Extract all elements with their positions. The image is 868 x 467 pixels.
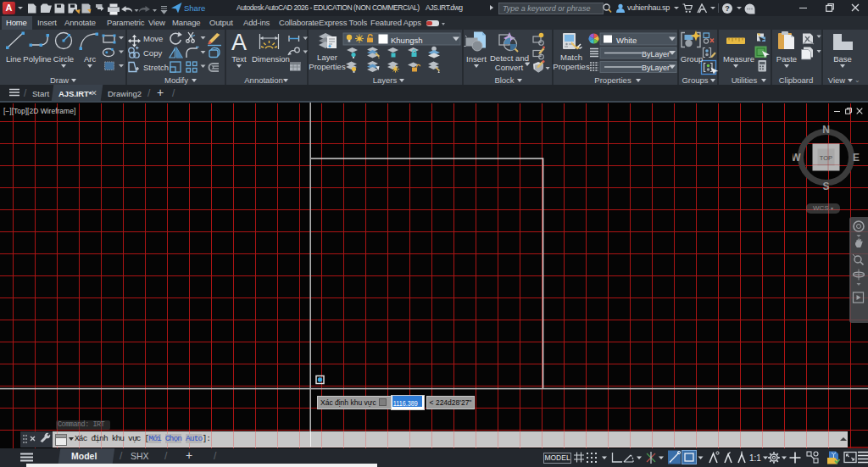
svg-text:S: S bbox=[822, 181, 829, 192]
svg-text:1:1: 1:1 bbox=[749, 453, 761, 463]
svg-text:W: W bbox=[793, 152, 801, 164]
svg-text:TOP: TOP bbox=[820, 154, 832, 162]
svg-text:A: A bbox=[231, 30, 247, 55]
svg-text:N: N bbox=[822, 124, 830, 136]
svg-text:E: E bbox=[853, 152, 860, 164]
